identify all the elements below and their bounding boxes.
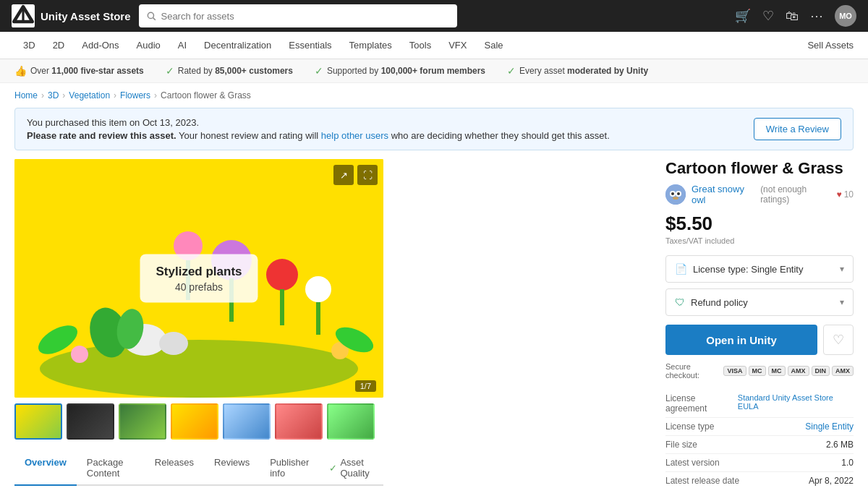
asset-tabs: Overview Package Content Releases Review… xyxy=(14,451,383,486)
author-avatar-img xyxy=(665,184,686,205)
visa-icon: VISA xyxy=(723,366,746,376)
nav-item-3d[interactable]: 3D xyxy=(14,32,44,59)
sell-assets-link[interactable]: Sell Assets xyxy=(807,40,854,51)
review-help-suffix: who are deciding whether they should get… xyxy=(391,130,610,141)
refund-chevron-icon: ▾ xyxy=(840,297,844,307)
latest-release-row: Latest release date Apr 8, 2022 xyxy=(665,472,854,488)
svg-point-19 xyxy=(71,346,88,363)
review-rate-bold: Please rate and review this asset. xyxy=(27,130,176,141)
asset-images-section: Stylized plants 40 prefabs ↗ ⛶ 1/7 Overv… xyxy=(14,159,651,488)
search-input[interactable] xyxy=(161,11,450,22)
author-name[interactable]: Great snowy owl xyxy=(692,184,754,205)
svg-point-6 xyxy=(40,340,358,398)
check-icon-1: ✓ xyxy=(166,65,174,77)
license-chevron-icon: ▾ xyxy=(840,264,844,274)
breadcrumb-vegetation[interactable]: Vegetation xyxy=(69,90,110,100)
thumbnail-7[interactable] xyxy=(327,403,375,440)
trust-bar: 👍 Over 11,000 five-star assets ✓ Rated b… xyxy=(0,59,868,83)
avatar[interactable]: MO xyxy=(835,5,856,27)
open-in-unity-button[interactable]: Open in Unity xyxy=(665,325,817,355)
svg-rect-18 xyxy=(316,302,320,335)
logo-area: Unity Asset Store xyxy=(12,4,130,27)
breadcrumb: Home › 3D › Vegetation › Flowers › Carto… xyxy=(0,83,868,108)
write-review-button[interactable]: Write a Review xyxy=(754,118,841,140)
tab-quality-label: Asset Quality xyxy=(340,457,373,479)
thumbnail-6[interactable] xyxy=(275,403,323,440)
refund-shield-icon: 🛡 xyxy=(675,296,685,308)
license-dropdown-header: 📄 License type: Single Entity ▾ xyxy=(666,256,853,282)
tab-publisher-info[interactable]: Publisher info xyxy=(260,451,319,486)
mastercard-icon-1: MC xyxy=(749,366,766,376)
secure-checkout: Secure checkout: VISA MC MC AMX DIN AMX xyxy=(665,362,854,380)
nav-item-decentral[interactable]: Decentralization xyxy=(195,32,280,59)
breadcrumb-flowers[interactable]: Flowers xyxy=(120,90,150,100)
nav-item-tools[interactable]: Tools xyxy=(401,32,440,59)
nav-item-vfx[interactable]: VFX xyxy=(440,32,475,59)
plant-box-subtitle: 40 prefabs xyxy=(156,281,242,293)
amex-icon-2: AMX xyxy=(832,366,854,376)
nav-item-ai[interactable]: AI xyxy=(169,32,195,59)
wishlist-icon[interactable]: ♡ xyxy=(762,8,774,24)
breadcrumb-current: Cartoon flower & Grass xyxy=(161,90,251,100)
refund-dropdown[interactable]: 🛡 Refund policy ▾ xyxy=(665,288,854,316)
thumbnail-4[interactable] xyxy=(171,403,218,440)
product-info: Cartoon flower & Grass Great snowy owl (… xyxy=(665,159,854,488)
image-counter: 1/7 xyxy=(355,380,376,392)
license-dropdown[interactable]: 📄 License type: Single Entity ▾ xyxy=(665,255,854,283)
nav-item-templates[interactable]: Templates xyxy=(341,32,401,59)
amex-icon-1: AMX xyxy=(788,366,809,376)
thumbnail-5[interactable] xyxy=(223,403,271,440)
trust-text-1: Over 11,000 five-star assets xyxy=(30,66,144,76)
thumbnail-2[interactable] xyxy=(67,403,114,440)
tab-package-content[interactable]: Package Content xyxy=(77,451,145,486)
latest-release-key: Latest release date xyxy=(665,476,739,486)
license-type-key: License type xyxy=(665,421,714,432)
thumbnail-1[interactable] xyxy=(14,403,62,440)
breadcrumb-sep-3: › xyxy=(114,90,116,100)
nav-item-essentials[interactable]: Essentials xyxy=(280,32,340,59)
tab-asset-quality[interactable]: ✓ Asset Quality xyxy=(319,451,383,486)
latest-version-val: 1.0 xyxy=(841,458,854,468)
refund-label: Refund policy xyxy=(691,297,748,308)
latest-version-key: Latest version xyxy=(665,458,720,468)
menu-icon[interactable]: ⋯ xyxy=(810,8,823,24)
orders-icon[interactable]: 🛒 xyxy=(735,8,751,24)
file-size-row: File size 2.6 MB xyxy=(665,436,854,454)
trust-text-2: Rated by 85,000+ customers xyxy=(178,66,293,76)
nav-item-audio[interactable]: Audio xyxy=(128,32,169,59)
license-agreement-key: License agreement xyxy=(665,393,738,414)
svg-point-23 xyxy=(665,184,686,205)
author-avatar xyxy=(665,184,686,205)
purchases-icon[interactable]: 🛍 xyxy=(786,9,799,24)
author-row: Great snowy owl (not enough ratings) ♥ 1… xyxy=(665,184,854,205)
tab-overview[interactable]: Overview xyxy=(14,451,77,486)
nav-item-2d[interactable]: 2D xyxy=(44,32,74,59)
thumbnail-3[interactable] xyxy=(119,403,166,440)
unity-logo-icon xyxy=(12,4,35,27)
breadcrumb-home[interactable]: Home xyxy=(14,90,38,100)
breadcrumb-3d[interactable]: 3D xyxy=(48,90,59,100)
breadcrumb-sep-1: › xyxy=(41,90,44,100)
svg-point-8 xyxy=(159,332,188,355)
price: $5.50 xyxy=(665,213,854,235)
wishlist-heart-button[interactable]: ♡ xyxy=(823,325,854,355)
thumbnail-strip xyxy=(14,403,383,440)
action-row: Open in Unity ♡ xyxy=(665,325,854,355)
trust-item-4: ✓ Every asset moderated by Unity xyxy=(507,65,648,77)
plant-text-box: Stylized plants 40 prefabs xyxy=(140,254,258,303)
tab-releases[interactable]: Releases xyxy=(145,451,204,486)
nav-item-sale[interactable]: Sale xyxy=(475,32,511,59)
main-image: Stylized plants 40 prefabs ↗ ⛶ 1/7 xyxy=(14,159,383,398)
svg-line-4 xyxy=(153,18,156,20)
fullscreen-icon-button[interactable]: ⛶ xyxy=(357,165,378,185)
nav-item-addons[interactable]: Add-Ons xyxy=(73,32,127,59)
expand-icon-button[interactable]: ↗ xyxy=(333,165,354,185)
header-icons: 🛒 ♡ 🛍 ⋯ MO xyxy=(735,5,856,27)
trust-item-2: ✓ Rated by 85,000+ customers xyxy=(166,65,293,77)
license-type-val[interactable]: Single Entity xyxy=(805,421,854,432)
tab-reviews[interactable]: Reviews xyxy=(204,451,260,486)
license-agreement-val[interactable]: Standard Unity Asset Store EULA xyxy=(738,393,854,414)
search-icon xyxy=(146,11,156,21)
svg-point-28 xyxy=(673,197,678,200)
review-help-link[interactable]: help other users xyxy=(321,130,388,141)
